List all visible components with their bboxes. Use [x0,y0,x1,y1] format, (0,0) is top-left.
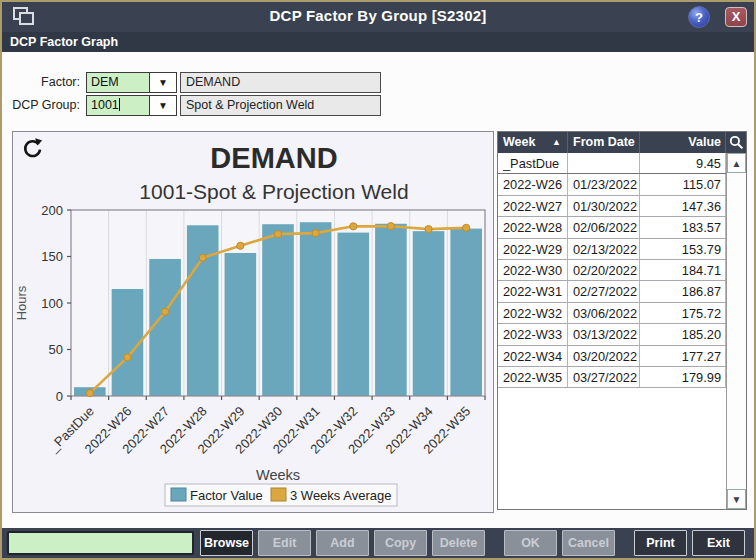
svg-text:150: 150 [41,249,63,264]
column-header-week[interactable]: Week ▲ [498,132,568,153]
svg-text:0: 0 [56,389,63,404]
dcp-factor-window: DCP Factor By Group [S2302] ? X DCP Fact… [0,0,756,560]
svg-text:50: 50 [49,342,63,357]
status-message-field [7,531,194,555]
table-row[interactable]: 2022-W3203/06/2022175.72 [498,303,726,324]
table-cell: 01/23/2022 [568,174,640,194]
table-row[interactable]: 2022-W3002/20/2022184.71 [498,260,726,281]
scroll-up-icon: ▲ [732,158,742,169]
dcp-group-name-field: Spot & Projection Weld [180,95,381,116]
column-header-value[interactable]: Value [640,132,726,153]
scroll-up-button[interactable]: ▲ [727,153,746,173]
legend-swatch-3-weeks-average [271,488,286,501]
search-icon [729,135,744,150]
table-header: Week ▲ From Date Value [498,132,746,153]
exit-button[interactable]: Exit [692,530,745,556]
question-mark-icon: ? [695,10,703,25]
line-point [463,224,470,231]
table-cell: 147.36 [640,196,726,216]
chevron-down-icon: ▼ [158,77,168,88]
refresh-button[interactable] [20,137,44,161]
table-cell: 185.20 [640,324,726,344]
week-header-label: Week [503,135,535,149]
factor-code-input[interactable]: DEM [86,72,149,93]
dcp-group-dropdown-button[interactable]: ▼ [149,95,177,116]
table-cell: 02/27/2022 [568,281,640,301]
table-cell: 177.27 [640,346,726,366]
table-cell: 2022-W33 [498,324,568,344]
print-button[interactable]: Print [634,530,687,556]
toolbar-buttons: BrowseEditAddCopyDeleteOKCancelPrintExit [200,530,745,556]
table-cell: 2022-W35 [498,367,568,387]
table-row[interactable]: 2022-W2902/13/2022153.79 [498,239,726,260]
demand-chart: DEMAND1001-Spot & Projection Weld0501001… [13,132,493,512]
table-row[interactable]: 2022-W3303/13/2022185.20 [498,324,726,345]
table-cell: 2022-W31 [498,281,568,301]
legend-label-3-weeks-average: 3 Weeks Average [290,488,391,503]
line-point [425,226,432,233]
table-cell: 2022-W32 [498,303,568,323]
from-date-header-label: From Date [573,135,635,149]
table-body: _PastDue9.452022-W2601/23/2022115.072022… [498,153,726,509]
bar-factor-value [187,225,219,396]
table-row[interactable]: 2022-W2701/30/2022147.36 [498,196,726,217]
table-cell: 03/06/2022 [568,303,640,323]
window-title: DCP Factor By Group [S2302] [2,7,754,24]
table-row[interactable]: 2022-W3102/27/2022186.87 [498,281,726,302]
line-point [387,223,394,230]
dcp-group-label: DCP Group: [2,95,80,116]
table-cell: _PastDue [498,153,568,173]
table-search-button[interactable] [726,132,746,153]
table-cell: 2022-W30 [498,260,568,280]
line-point [86,389,93,396]
line-point [199,254,206,261]
bar-factor-value [450,229,482,396]
table-row[interactable]: 2022-W2802/06/2022183.57 [498,217,726,238]
line-point [312,230,319,237]
y-axis-label: Hours [14,285,29,320]
sort-ascending-icon: ▲ [552,132,561,153]
factor-label: Factor: [2,72,80,93]
bar-factor-value [225,253,257,396]
table-cell: 2022-W27 [498,196,568,216]
table-cell: 02/13/2022 [568,239,640,259]
table-row[interactable]: _PastDue9.45 [498,153,726,174]
line-point [161,308,168,315]
browse-button[interactable]: Browse [200,530,253,556]
bar-factor-value [413,231,445,396]
cancel-button: Cancel [562,530,615,556]
help-button[interactable]: ? [688,6,710,28]
table-cell: 2022-W28 [498,217,568,237]
line-point [274,231,281,238]
legend-swatch-factor-value [171,488,186,501]
dcp-group-code-input[interactable]: 1001 [86,95,149,116]
table-cell: 184.71 [640,260,726,280]
table-cell: 186.87 [640,281,726,301]
scroll-down-button[interactable]: ▼ [727,489,746,509]
factor-dropdown-button[interactable]: ▼ [149,72,177,93]
table-row[interactable]: 2022-W2601/23/2022115.07 [498,174,726,195]
chart-panel: DEMAND1001-Spot & Projection Weld0501001… [12,131,494,513]
svg-text:100: 100 [41,296,63,311]
legend-label-factor-value: Factor Value [190,488,263,503]
table-cell: 02/06/2022 [568,217,640,237]
scroll-down-icon: ▼ [732,494,742,505]
table-cell: 03/20/2022 [568,346,640,366]
svg-text:200: 200 [41,203,63,218]
table-cell: 01/30/2022 [568,196,640,216]
table-row[interactable]: 2022-W3403/20/2022177.27 [498,346,726,367]
panel-title-bar: DCP Factor Graph [2,32,754,52]
title-bar: DCP Factor By Group [S2302] ? X [2,2,754,32]
bar-factor-value [300,222,332,396]
text-caret [119,98,120,111]
value-header-label: Value [688,135,721,149]
table-cell: 2022-W34 [498,346,568,366]
refresh-icon [21,137,43,159]
table-scrollbar[interactable]: ▲ ▼ [726,153,746,509]
close-icon: X [732,9,741,24]
close-button[interactable]: X [725,7,747,27]
column-header-from-date[interactable]: From Date [568,132,640,153]
table-row[interactable]: 2022-W3503/27/2022179.99 [498,367,726,388]
factor-code-value: DEM [91,75,119,89]
table-cell: 2022-W29 [498,239,568,259]
